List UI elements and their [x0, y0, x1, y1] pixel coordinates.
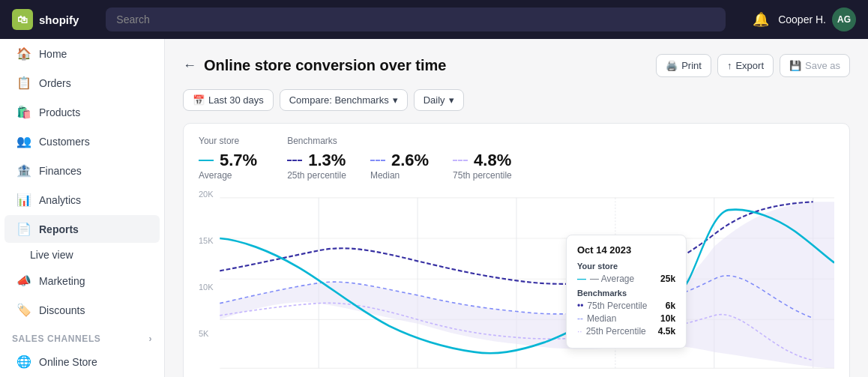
user-info: Cooper H. AG: [778, 7, 856, 31]
calendar-icon: 📅: [193, 94, 205, 106]
your-store-row: 5.7% Average: [199, 151, 257, 181]
compare-filter[interactable]: Compare: Benchmarks ▾: [280, 89, 408, 111]
notifications-button[interactable]: 🔔: [753, 11, 769, 28]
sidebar-item-products[interactable]: 🛍️ Products: [4, 98, 160, 126]
bench1-stat: 1.3% 25th percentile: [287, 151, 346, 181]
bench3-stat: 4.8% 75th percentile: [453, 151, 512, 181]
tooltip-p75-label: •• 75th Percentile: [577, 301, 647, 311]
sales-channels-label: Sales channels: [12, 334, 100, 344]
print-label: Print: [681, 60, 702, 71]
interval-label: Daily: [424, 94, 445, 106]
sidebar-item-online-store[interactable]: 🌐 Online Store: [4, 348, 160, 376]
dashed-dark-indicator: [287, 160, 302, 161]
back-button[interactable]: ←: [183, 58, 196, 73]
sidebar-label-products: Products: [39, 106, 80, 118]
bench3-label: 75th percentile: [453, 170, 512, 181]
sidebar-label-customers: Customers: [39, 136, 90, 148]
sidebar-label-finances: Finances: [39, 165, 82, 177]
dashed-light-indicator: [453, 160, 468, 161]
tooltip-p25-row: ·· 25th Percentile 4.5k: [577, 326, 675, 337]
page-title: Online store conversion over time: [204, 57, 446, 74]
export-label: Export: [735, 60, 764, 71]
chart-panel: Your store 5.7% Average Benchmarks: [183, 123, 850, 377]
dashed-med-indicator: [370, 160, 385, 161]
tooltip-average-label: — — Average: [577, 274, 634, 284]
print-icon: 🖨️: [666, 60, 678, 71]
home-icon: 🏠: [16, 46, 31, 61]
your-store-stat: 5.7% Average: [199, 151, 257, 181]
bench1-label: 25th percentile: [287, 170, 346, 181]
sidebar-label-discounts: Discounts: [39, 304, 85, 316]
bench1-value: 1.3%: [287, 151, 346, 170]
bench2-label: Median: [370, 170, 429, 181]
compare-label: Compare: Benchmarks: [289, 94, 389, 106]
tooltip-p25-value: 4.5k: [658, 326, 675, 337]
interval-filter[interactable]: Daily ▾: [414, 89, 464, 111]
sidebar-label-home: Home: [39, 48, 67, 60]
sidebar-label-marketing: Marketing: [39, 275, 85, 287]
page-header: ← Online store conversion over time 🖨️ P…: [183, 54, 850, 77]
main-content: ← Online store conversion over time 🖨️ P…: [165, 39, 868, 377]
analytics-icon: 📊: [16, 193, 31, 207]
date-range-label: Last 30 days: [208, 94, 264, 106]
chart-tooltip: Oct 14 2023 Your store — — Average 25k B…: [566, 235, 687, 349]
tooltip-average-row: — — Average 25k: [577, 274, 675, 284]
tooltip-median-row: -- Median 10k: [577, 313, 675, 324]
sidebar-item-discounts[interactable]: 🏷️ Discounts: [4, 296, 160, 324]
sidebar: 🏠 Home 📋 Orders 🛍️ Products 👥 Customers …: [0, 39, 165, 377]
sidebar-item-orders[interactable]: 📋 Orders: [4, 69, 160, 97]
stats-header: Your store 5.7% Average Benchmarks: [199, 136, 834, 181]
header-actions: 🖨️ Print ↑ Export 💾 Save as: [656, 54, 850, 77]
solid-line-indicator: [199, 160, 214, 161]
sidebar-label-online-store: Online Store: [39, 356, 97, 368]
sidebar-item-analytics[interactable]: 📊 Analytics: [4, 186, 160, 214]
sidebar-item-customers[interactable]: 👥 Customers: [4, 127, 160, 155]
sidebar-item-live-view[interactable]: Live view: [0, 244, 164, 266]
marketing-icon: 📣: [16, 274, 31, 288]
tooltip-average-value: 25k: [660, 274, 675, 284]
live-view-label: Live view: [30, 249, 73, 261]
products-icon: 🛍️: [16, 105, 31, 119]
save-as-button[interactable]: 💾 Save as: [780, 54, 850, 77]
discounts-icon: 🏷️: [16, 303, 31, 317]
chart-svg: [199, 190, 834, 377]
expand-icon[interactable]: ›: [148, 334, 152, 344]
main-layout: 🏠 Home 📋 Orders 🛍️ Products 👥 Customers …: [0, 39, 868, 377]
save-label: Save as: [805, 60, 840, 71]
nav-right: 🔔 Cooper H. AG: [753, 7, 856, 31]
tooltip-date: Oct 14 2023: [577, 244, 675, 256]
sidebar-item-reports[interactable]: 📄 Reports: [4, 215, 160, 243]
filters-bar: 📅 Last 30 days Compare: Benchmarks ▾ Dai…: [183, 89, 850, 111]
sidebar-label-analytics: Analytics: [39, 194, 81, 206]
tooltip-median-value: 10k: [660, 313, 675, 324]
date-range-filter[interactable]: 📅 Last 30 days: [183, 89, 274, 111]
tooltip-median-label: -- Median: [577, 313, 616, 324]
top-navigation: 🛍 shopify 🔔 Cooper H. AG: [0, 0, 868, 39]
benchmarks-group: Benchmarks 1.3% 25th percentile: [287, 136, 512, 181]
sidebar-item-home[interactable]: 🏠 Home: [4, 40, 160, 67]
sidebar-label-reports: Reports: [39, 223, 79, 235]
logo-text: shopify: [39, 13, 79, 26]
export-button[interactable]: ↑ Export: [717, 54, 774, 77]
finances-icon: 🏦: [16, 163, 31, 178]
tooltip-bench-section: Benchmarks: [577, 289, 675, 298]
sidebar-item-finances[interactable]: 🏦 Finances: [4, 157, 160, 184]
tooltip-p75-row: •• 75th Percentile 6k: [577, 301, 675, 311]
reports-icon: 📄: [16, 222, 31, 236]
online-store-icon: 🌐: [16, 355, 31, 369]
chevron-down-icon: ▾: [393, 94, 398, 106]
chart-container: 20K 15K 10K 5K 0: [199, 190, 834, 377]
tooltip-store-section: Your store: [577, 262, 675, 271]
tooltip-p25-label: ·· 25th Percentile: [577, 326, 646, 337]
sidebar-item-marketing[interactable]: 📣 Marketing: [4, 267, 160, 295]
print-button[interactable]: 🖨️ Print: [656, 54, 711, 77]
bench3-value: 4.8%: [453, 151, 512, 170]
sales-channels-section: Sales channels ›: [0, 328, 164, 347]
export-icon: ↑: [727, 60, 732, 71]
user-name: Cooper H.: [778, 13, 826, 25]
tooltip-p75-value: 6k: [666, 301, 675, 311]
orders-icon: 📋: [16, 76, 31, 90]
logo: 🛍 shopify: [12, 9, 79, 30]
search-input[interactable]: [106, 7, 726, 31]
benchmarks-row: 1.3% 25th percentile 2.6% Median: [287, 151, 512, 181]
